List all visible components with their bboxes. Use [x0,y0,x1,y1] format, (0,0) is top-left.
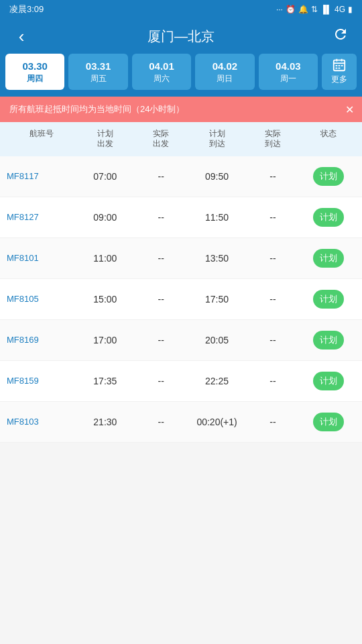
flight-status: 计划 [302,208,355,227]
notice-close-button[interactable]: ✕ [345,103,354,115]
status-icons: ··· ⏰ 🔔 ⇅ ▐▌ 4G ▮ [276,5,353,14]
date-tab-2[interactable]: 04.01周六 [132,54,191,90]
actual-arrive: -- [246,171,299,182]
actual-depart: -- [135,417,188,427]
svg-rect-4 [336,65,338,66]
plan-arrive: 11:50 [190,212,243,223]
bars-icon: ▐▌ [320,5,332,14]
plan-depart: 17:00 [78,335,131,345]
date-tab-3[interactable]: 04.02周日 [195,54,254,90]
actual-depart: -- [135,171,188,182]
status-badge: 计划 [313,249,344,268]
table-header-col-3: 计划 到达 [190,129,243,150]
status-badge: 计划 [313,331,344,350]
notice-bar: 所有航班起抵时间均为当地时间（24小时制） ✕ [0,97,362,122]
plan-arrive: 13:50 [190,253,243,264]
flight-number: MF8127 [7,212,76,222]
date-tab-0[interactable]: 03.30周四 [5,54,64,90]
flight-list: MF811707:00--09:50--计划MF812709:00--11:50… [0,156,362,443]
flight-number: MF8101 [7,253,76,263]
table-row[interactable]: MF811707:00--09:50--计划 [0,156,362,197]
flight-number: MF8159 [7,376,76,386]
flight-number: MF8105 [7,294,76,304]
more-dates-button[interactable]: 更多 [322,54,357,90]
table-row[interactable]: MF810515:00--17:50--计划 [0,279,362,320]
alarm-icon: ⏰ [286,5,296,14]
svg-rect-6 [341,65,343,66]
status-bar: 凌晨3:09 ··· ⏰ 🔔 ⇅ ▐▌ 4G ▮ [0,0,362,19]
status-badge: 计划 [313,167,344,186]
flight-status: 计划 [302,413,355,431]
flight-status: 计划 [302,372,355,390]
4g-label: 4G [335,5,345,14]
table-header: 航班号计划 出发实际 出发计划 到达实际 到达状态 [0,122,362,156]
battery-icon: ▮ [348,5,353,14]
page-title: 厦门—北京 [32,28,330,46]
back-button[interactable]: ‹ [11,26,32,47]
flight-number: MF8103 [7,417,76,427]
flight-number: MF8169 [7,335,76,345]
plan-depart: 21:30 [78,417,131,427]
refresh-icon [333,26,349,42]
flight-number: MF8117 [7,171,76,181]
plan-arrive: 09:50 [190,171,243,182]
plan-depart: 17:35 [78,376,131,386]
actual-arrive: -- [246,253,299,264]
actual-depart: -- [135,335,188,345]
flight-status: 计划 [302,290,355,309]
plan-depart: 07:00 [78,171,131,182]
table-row[interactable]: MF810111:00--13:50--计划 [0,238,362,279]
table-header-col-5: 状态 [302,129,355,150]
plan-arrive: 00:20(+1) [190,417,243,427]
sync-icon: ⇅ [311,5,318,14]
header: ‹ 厦门—北京 [0,19,362,54]
actual-depart: -- [135,376,188,386]
actual-arrive: -- [246,294,299,305]
actual-depart: -- [135,212,188,223]
date-tabs: 03.30周四03.31周五04.01周六04.02周日04.03周一 更多 [0,54,362,97]
plan-arrive: 17:50 [190,294,243,305]
actual-depart: -- [135,294,188,305]
actual-depart: -- [135,253,188,264]
plan-arrive: 22:25 [190,376,243,386]
refresh-button[interactable] [330,26,351,46]
plan-arrive: 20:05 [190,335,243,345]
status-badge: 计划 [313,290,344,309]
flight-status: 计划 [302,167,355,186]
table-header-col-0: 航班号 [7,129,76,150]
plan-depart: 15:00 [78,294,131,305]
calendar-icon [332,58,347,72]
status-badge: 计划 [313,208,344,227]
svg-rect-8 [339,68,341,69]
actual-arrive: -- [246,212,299,223]
table-row[interactable]: MF815917:35--22:25--计划 [0,361,362,402]
svg-rect-7 [336,68,338,69]
plan-depart: 09:00 [78,212,131,223]
notice-text: 所有航班起抵时间均为当地时间（24小时制） [9,103,184,115]
table-row[interactable]: MF810321:30--00:20(+1)--计划 [0,402,362,443]
signal-dots-icon: ··· [276,5,283,14]
date-tab-1[interactable]: 03.31周五 [68,54,127,90]
flight-status: 计划 [302,331,355,350]
flight-status: 计划 [302,249,355,268]
table-row[interactable]: MF812709:00--11:50--计划 [0,197,362,238]
status-time: 凌晨3:09 [9,3,44,15]
status-badge: 计划 [313,413,344,431]
actual-arrive: -- [246,335,299,345]
table-row[interactable]: MF816917:00--20:05--计划 [0,320,362,361]
plan-depart: 11:00 [78,253,131,264]
svg-rect-5 [339,65,341,66]
table-header-col-4: 实际 到达 [246,129,299,150]
actual-arrive: -- [246,376,299,386]
actual-arrive: -- [246,417,299,427]
clock-icon: 🔔 [298,5,308,14]
table-header-col-1: 计划 出发 [78,129,131,150]
table-header-col-2: 实际 出发 [135,129,188,150]
date-tab-4[interactable]: 04.03周一 [259,54,318,90]
status-badge: 计划 [313,372,344,390]
